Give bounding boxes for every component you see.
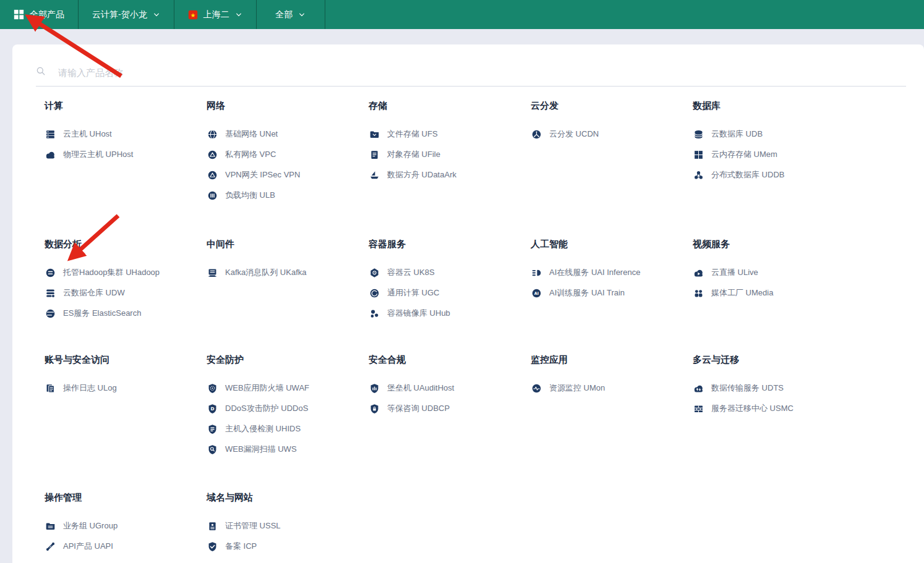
product-item-label: 操作日志 ULog [63, 383, 117, 394]
chevron-down-icon [153, 11, 160, 19]
product-item[interactable]: 容器镜像库 UHub [369, 307, 531, 320]
flag-cn-icon: ★ [188, 10, 198, 20]
topbar: 全部产品云计算-贺小龙★上海二全部 [0, 0, 924, 29]
product-item[interactable]: 操作日志 ULog [45, 382, 207, 394]
category-row-2: 数据分析托管Hadoop集群 UHadoop云数据仓库 UDWES服务 Elas… [45, 239, 924, 355]
product-item[interactable]: 数据方舟 UDataArk [369, 169, 531, 181]
product-item[interactable]: 备案 ICP [207, 540, 369, 552]
product-item[interactable]: 通用计算 UGC [369, 287, 531, 299]
topbar-item-3[interactable]: ★上海二 [174, 0, 257, 29]
category: 容器服务容器云 UK8S通用计算 UGC容器镜像库 UHub [369, 239, 531, 328]
api-plug-icon [45, 541, 56, 552]
product-item-label: 通用计算 UGC [387, 287, 440, 298]
category-title: 计算 [45, 101, 207, 111]
product-item[interactable]: API产品 UAPI [45, 540, 207, 552]
product-item[interactable]: 负载均衡 ULB [207, 189, 369, 201]
product-item[interactable]: 云数据仓库 UDW [45, 287, 207, 299]
product-item[interactable]: 证书管理 USSL [207, 520, 369, 532]
document-icon [369, 150, 380, 160]
product-item-label: WEB漏洞扫描 UWS [225, 444, 297, 455]
category: 人工智能AI在线服务 UAI InferenceAIAI训练服务 UAI Tra… [531, 239, 693, 307]
product-item[interactable]: 托管Hadoop集群 UHadoop [45, 266, 207, 279]
product-item[interactable]: 主机入侵检测 UHIDS [207, 423, 369, 435]
product-item-label: 数据传输服务 UDTS [711, 383, 784, 394]
elastic-icon [45, 308, 56, 319]
load-balancer-icon [207, 190, 218, 201]
category: 计算云主机 UHost物理云主机 UPHost [45, 101, 207, 169]
product-item-label: 文件存储 UFS [387, 129, 438, 140]
category-title: 中间件 [207, 239, 369, 249]
shield-d-icon: D [207, 404, 218, 414]
category: 中间件Kafka消息队列 UKafka [207, 239, 369, 287]
category: 视频服务云直播 ULive媒体工厂 UMedia [693, 239, 855, 307]
svg-text:AI: AI [534, 291, 538, 296]
product-item[interactable]: 业务组 UGroup [45, 520, 207, 532]
svg-text:★: ★ [190, 12, 195, 19]
globe-icon [207, 129, 218, 140]
product-item[interactable]: 云主机 UHost [45, 128, 207, 140]
hadoop-icon [45, 268, 56, 278]
folder-icon [369, 129, 380, 140]
product-item[interactable]: 云分发 UCDN [531, 128, 693, 140]
ai-inference-icon [531, 268, 542, 278]
product-item[interactable]: AIAI训练服务 UAI Train [531, 287, 693, 299]
product-item[interactable]: 服务器迁移中心 USMC [693, 402, 855, 415]
product-item[interactable]: 云内存存储 UMem [693, 148, 855, 161]
product-item[interactable]: 私有网络 VPC [207, 148, 369, 161]
shield-lock-icon [369, 404, 380, 414]
product-item-label: 云数据库 UDB [711, 129, 763, 140]
product-item[interactable]: VPN网关 IPSec VPN [207, 169, 369, 181]
product-item[interactable]: 资源监控 UMon [531, 382, 693, 394]
product-item-label: 备案 ICP [225, 541, 257, 552]
category-title: 域名与网站 [207, 493, 369, 502]
product-item[interactable]: ES服务 ElasticSearch [45, 307, 207, 320]
product-item[interactable]: 堡垒机 UAuditHost [369, 382, 531, 394]
ai-train-icon: AI [531, 288, 542, 298]
log-icon [45, 383, 56, 394]
product-item[interactable]: DDDoS攻击防护 UDDoS [207, 402, 369, 415]
product-item-label: 物理云主机 UPHost [63, 149, 133, 160]
product-item[interactable]: 数据传输服务 UDTS [693, 382, 855, 394]
shield-check-icon [207, 541, 218, 552]
product-item[interactable]: 物理云主机 UPHost [45, 148, 207, 161]
product-item-label: 主机入侵检测 UHIDS [225, 423, 301, 434]
category-row-3: 账号与安全访问操作日志 ULog安全防护WEB应用防火墙 UWAFDDDoS攻击… [45, 355, 924, 493]
fortress-icon [369, 383, 380, 394]
product-item[interactable]: WEB应用防火墙 UWAF [207, 382, 369, 394]
certificate-icon [207, 521, 218, 531]
category: 域名与网站证书管理 USSL备案 ICP [207, 493, 369, 561]
topbar-item-2[interactable]: 云计算-贺小龙 [79, 0, 174, 29]
cloud-network-icon [207, 170, 218, 180]
product-item[interactable]: 对象存储 UFile [369, 148, 531, 161]
product-item[interactable]: 基础网络 UNet [207, 128, 369, 140]
category-title: 网络 [207, 101, 369, 111]
cdn-globe-icon [531, 129, 542, 140]
product-item[interactable]: 等保咨询 UDBCP [369, 402, 531, 415]
topbar-item-4[interactable]: 全部 [257, 0, 325, 29]
category: 操作管理业务组 UGroupAPI产品 UAPI [45, 493, 207, 561]
topbar-item-label: 云计算-贺小龙 [92, 9, 147, 20]
product-item[interactable]: 容器云 UK8S [369, 266, 531, 279]
shield-globe-icon [207, 383, 218, 394]
grid-icon [14, 9, 24, 20]
product-item[interactable]: 媒体工厂 UMedia [693, 287, 855, 299]
k8s-icon [369, 268, 380, 278]
shield-search-icon [207, 444, 218, 455]
product-item-label: 托管Hadoop集群 UHadoop [63, 267, 160, 278]
product-item-label: Kafka消息队列 UKafka [225, 267, 307, 278]
category: 数据库云数据库 UDB云内存存储 UMem分布式数据库 UDDB [693, 101, 855, 189]
product-item-label: DDoS攻击防护 UDDoS [225, 403, 308, 414]
product-item[interactable]: 云数据库 UDB [693, 128, 855, 140]
product-search-input[interactable] [57, 67, 906, 78]
product-item[interactable]: 文件存储 UFS [369, 128, 531, 140]
product-item[interactable]: 云直播 ULive [693, 266, 855, 279]
category: 安全防护WEB应用防火墙 UWAFDDDoS攻击防护 UDDoS主机入侵检测 U… [207, 355, 369, 464]
topbar-item-1[interactable]: 全部产品 [0, 0, 79, 29]
product-item[interactable]: WEB漏洞扫描 UWS [207, 443, 369, 455]
product-item-label: 云分发 UCDN [549, 129, 599, 140]
product-item[interactable]: AI在线服务 UAI Inference [531, 266, 693, 279]
product-item[interactable]: Kafka消息队列 UKafka [207, 266, 369, 279]
product-item-label: 媒体工厂 UMedia [711, 287, 773, 298]
product-item[interactable]: 分布式数据库 UDDB [693, 169, 855, 181]
product-item-label: 云主机 UHost [63, 129, 112, 140]
